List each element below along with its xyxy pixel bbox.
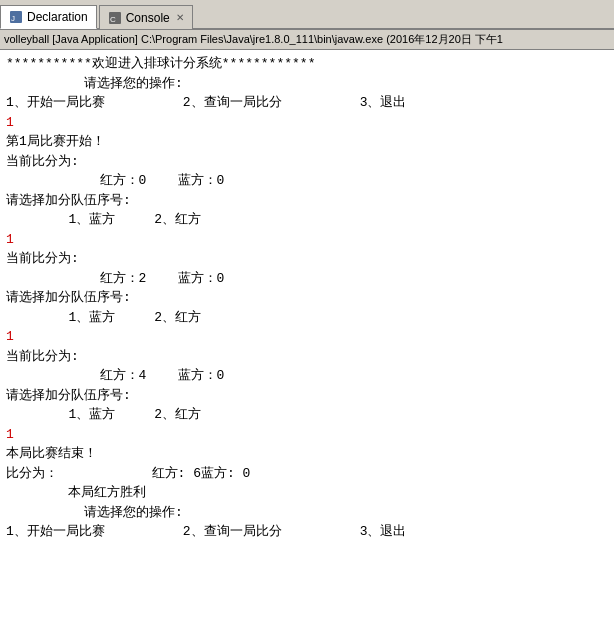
console-line: 当前比分为: — [6, 347, 608, 367]
console-line: 1 — [6, 113, 608, 133]
svg-text:J: J — [11, 14, 15, 23]
console-line: ***********欢迎进入排球计分系统************ — [6, 54, 608, 74]
console-line: 本局红方胜利 — [6, 483, 608, 503]
title-bar: volleyball [Java Application] C:\Program… — [0, 30, 614, 50]
console-line: 1、开始一局比赛 2、查询一局比分 3、退出 — [6, 522, 608, 542]
console-line: 本局比赛结束！ — [6, 444, 608, 464]
console-icon: C — [108, 11, 122, 25]
tab-console[interactable]: C Console ✕ — [99, 5, 193, 29]
tab-declaration-label: Declaration — [27, 10, 88, 24]
console-line: 请选择加分队伍序号: — [6, 386, 608, 406]
title-bar-text: volleyball [Java Application] C:\Program… — [4, 33, 503, 45]
console-line: 比分为： 红方: 6蓝方: 0 — [6, 464, 608, 484]
console-line: 红方：2 蓝方：0 — [6, 269, 608, 289]
console-line: 请选择加分队伍序号: — [6, 288, 608, 308]
console-line: 1 — [6, 327, 608, 347]
console-line: 1、开始一局比赛 2、查询一局比分 3、退出 — [6, 93, 608, 113]
tab-declaration[interactable]: J Declaration — [0, 5, 97, 29]
console-line: 请选择加分队伍序号: — [6, 191, 608, 211]
tab-console-close[interactable]: ✕ — [176, 12, 184, 23]
console-line: 1、蓝方 2、红方 — [6, 405, 608, 425]
console-line: 当前比分为: — [6, 249, 608, 269]
tab-console-label: Console — [126, 11, 170, 25]
main-window: J Declaration C Console ✕ volleyball [Ja… — [0, 0, 614, 620]
console-line: 1、蓝方 2、红方 — [6, 308, 608, 328]
console-line: 第1局比赛开始！ — [6, 132, 608, 152]
console-line: 1 — [6, 230, 608, 250]
svg-text:C: C — [110, 15, 116, 24]
console-line: 1 — [6, 425, 608, 445]
tab-bar: J Declaration C Console ✕ — [0, 0, 614, 30]
console-line: 红方：0 蓝方：0 — [6, 171, 608, 191]
java-icon: J — [9, 10, 23, 24]
console-line: 1、蓝方 2、红方 — [6, 210, 608, 230]
console-line: 当前比分为: — [6, 152, 608, 172]
console-line: 请选择您的操作: — [6, 74, 608, 94]
console-line: 红方：4 蓝方：0 — [6, 366, 608, 386]
console-area[interactable]: ***********欢迎进入排球计分系统************ 请选择您的操… — [0, 50, 614, 620]
console-line: 请选择您的操作: — [6, 503, 608, 523]
